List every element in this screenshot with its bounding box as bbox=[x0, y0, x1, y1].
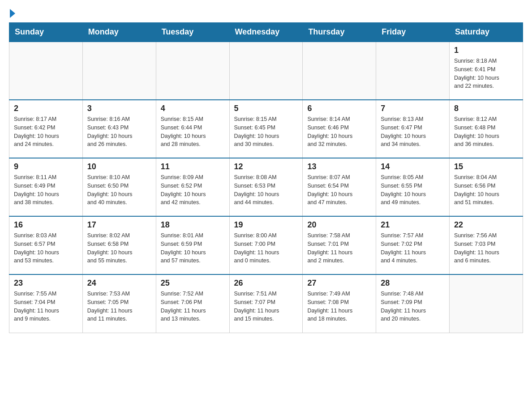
day-number: 13 bbox=[307, 162, 371, 171]
table-row: 19Sunrise: 8:00 AMSunset: 7:00 PMDayligh… bbox=[229, 216, 303, 274]
calendar-table: Sunday Monday Tuesday Wednesday Thursday… bbox=[9, 22, 523, 333]
day-info: Sunrise: 8:05 AMSunset: 6:55 PMDaylight:… bbox=[381, 173, 445, 207]
table-row bbox=[9, 42, 83, 100]
day-info: Sunrise: 7:53 AMSunset: 7:05 PMDaylight:… bbox=[87, 290, 151, 323]
table-row: 4Sunrise: 8:15 AMSunset: 6:44 PMDaylight… bbox=[156, 100, 229, 158]
day-info: Sunrise: 8:17 AMSunset: 6:42 PMDaylight:… bbox=[14, 115, 78, 149]
day-number: 22 bbox=[454, 220, 518, 230]
calendar-week-row: 1Sunrise: 8:18 AMSunset: 6:41 PMDaylight… bbox=[9, 42, 523, 100]
day-number: 5 bbox=[234, 104, 298, 113]
day-number: 27 bbox=[307, 278, 371, 288]
day-number: 16 bbox=[14, 220, 78, 230]
table-row bbox=[229, 42, 303, 100]
table-row: 8Sunrise: 8:12 AMSunset: 6:48 PMDaylight… bbox=[450, 100, 523, 158]
day-number: 9 bbox=[14, 162, 78, 171]
table-row: 24Sunrise: 7:53 AMSunset: 7:05 PMDayligh… bbox=[82, 274, 156, 333]
col-friday: Friday bbox=[376, 23, 450, 42]
day-number: 23 bbox=[14, 278, 78, 288]
day-info: Sunrise: 7:49 AMSunset: 7:08 PMDaylight:… bbox=[307, 290, 371, 323]
day-info: Sunrise: 8:07 AMSunset: 6:54 PMDaylight:… bbox=[307, 173, 371, 207]
day-info: Sunrise: 7:56 AMSunset: 7:03 PMDaylight:… bbox=[454, 231, 518, 265]
calendar-header-row: Sunday Monday Tuesday Wednesday Thursday… bbox=[9, 23, 523, 42]
page-header bbox=[9, 9, 523, 18]
day-info: Sunrise: 8:12 AMSunset: 6:48 PMDaylight:… bbox=[454, 115, 518, 149]
day-info: Sunrise: 8:13 AMSunset: 6:47 PMDaylight:… bbox=[381, 115, 445, 149]
table-row: 7Sunrise: 8:13 AMSunset: 6:47 PMDaylight… bbox=[376, 100, 450, 158]
calendar-week-row: 2Sunrise: 8:17 AMSunset: 6:42 PMDaylight… bbox=[9, 100, 523, 158]
day-info: Sunrise: 7:48 AMSunset: 7:09 PMDaylight:… bbox=[381, 290, 445, 323]
day-info: Sunrise: 8:04 AMSunset: 6:56 PMDaylight:… bbox=[454, 173, 518, 207]
day-number: 19 bbox=[234, 220, 298, 230]
day-number: 20 bbox=[307, 220, 371, 230]
day-info: Sunrise: 8:11 AMSunset: 6:49 PMDaylight:… bbox=[14, 173, 78, 207]
table-row: 27Sunrise: 7:49 AMSunset: 7:08 PMDayligh… bbox=[303, 274, 376, 333]
day-number: 15 bbox=[454, 162, 518, 171]
table-row: 14Sunrise: 8:05 AMSunset: 6:55 PMDayligh… bbox=[376, 158, 450, 216]
table-row: 20Sunrise: 7:58 AMSunset: 7:01 PMDayligh… bbox=[303, 216, 376, 274]
table-row: 12Sunrise: 8:08 AMSunset: 6:53 PMDayligh… bbox=[229, 158, 303, 216]
day-number: 7 bbox=[381, 104, 445, 113]
col-thursday: Thursday bbox=[303, 23, 376, 42]
table-row: 5Sunrise: 8:15 AMSunset: 6:45 PMDaylight… bbox=[229, 100, 303, 158]
table-row: 28Sunrise: 7:48 AMSunset: 7:09 PMDayligh… bbox=[376, 274, 450, 333]
table-row: 13Sunrise: 8:07 AMSunset: 6:54 PMDayligh… bbox=[303, 158, 376, 216]
table-row: 3Sunrise: 8:16 AMSunset: 6:43 PMDaylight… bbox=[82, 100, 156, 158]
col-monday: Monday bbox=[82, 23, 156, 42]
day-number: 28 bbox=[381, 278, 445, 288]
table-row: 26Sunrise: 7:51 AMSunset: 7:07 PMDayligh… bbox=[229, 274, 303, 333]
day-info: Sunrise: 8:14 AMSunset: 6:46 PMDaylight:… bbox=[307, 115, 371, 149]
table-row: 25Sunrise: 7:52 AMSunset: 7:06 PMDayligh… bbox=[156, 274, 229, 333]
table-row bbox=[156, 42, 229, 100]
table-row: 11Sunrise: 8:09 AMSunset: 6:52 PMDayligh… bbox=[156, 158, 229, 216]
day-number: 1 bbox=[454, 46, 518, 55]
table-row bbox=[450, 274, 523, 333]
calendar-week-row: 16Sunrise: 8:03 AMSunset: 6:57 PMDayligh… bbox=[9, 216, 523, 274]
day-info: Sunrise: 7:52 AMSunset: 7:06 PMDaylight:… bbox=[161, 290, 225, 323]
table-row: 2Sunrise: 8:17 AMSunset: 6:42 PMDaylight… bbox=[9, 100, 83, 158]
day-info: Sunrise: 7:57 AMSunset: 7:02 PMDaylight:… bbox=[381, 231, 445, 265]
table-row: 17Sunrise: 8:02 AMSunset: 6:58 PMDayligh… bbox=[82, 216, 156, 274]
table-row bbox=[303, 42, 376, 100]
table-row: 22Sunrise: 7:56 AMSunset: 7:03 PMDayligh… bbox=[450, 216, 523, 274]
table-row: 9Sunrise: 8:11 AMSunset: 6:49 PMDaylight… bbox=[9, 158, 83, 216]
table-row: 21Sunrise: 7:57 AMSunset: 7:02 PMDayligh… bbox=[376, 216, 450, 274]
table-row: 23Sunrise: 7:55 AMSunset: 7:04 PMDayligh… bbox=[9, 274, 83, 333]
col-tuesday: Tuesday bbox=[156, 23, 229, 42]
day-number: 12 bbox=[234, 162, 298, 171]
col-wednesday: Wednesday bbox=[229, 23, 303, 42]
day-info: Sunrise: 8:15 AMSunset: 6:45 PMDaylight:… bbox=[234, 115, 298, 149]
table-row: 16Sunrise: 8:03 AMSunset: 6:57 PMDayligh… bbox=[9, 216, 83, 274]
day-number: 3 bbox=[87, 104, 151, 113]
day-info: Sunrise: 8:10 AMSunset: 6:50 PMDaylight:… bbox=[87, 173, 151, 207]
day-number: 21 bbox=[381, 220, 445, 230]
day-number: 6 bbox=[307, 104, 371, 113]
day-info: Sunrise: 8:09 AMSunset: 6:52 PMDaylight:… bbox=[161, 173, 225, 207]
day-number: 24 bbox=[87, 278, 151, 288]
calendar-week-row: 23Sunrise: 7:55 AMSunset: 7:04 PMDayligh… bbox=[9, 274, 523, 333]
day-number: 25 bbox=[161, 278, 225, 288]
day-info: Sunrise: 8:00 AMSunset: 7:00 PMDaylight:… bbox=[234, 231, 298, 265]
day-number: 17 bbox=[87, 220, 151, 230]
table-row: 18Sunrise: 8:01 AMSunset: 6:59 PMDayligh… bbox=[156, 216, 229, 274]
day-info: Sunrise: 8:15 AMSunset: 6:44 PMDaylight:… bbox=[161, 115, 225, 149]
day-info: Sunrise: 8:16 AMSunset: 6:43 PMDaylight:… bbox=[87, 115, 151, 149]
day-info: Sunrise: 7:55 AMSunset: 7:04 PMDaylight:… bbox=[14, 290, 78, 323]
day-number: 4 bbox=[161, 104, 225, 113]
table-row: 15Sunrise: 8:04 AMSunset: 6:56 PMDayligh… bbox=[450, 158, 523, 216]
day-number: 14 bbox=[381, 162, 445, 171]
day-info: Sunrise: 8:02 AMSunset: 6:58 PMDaylight:… bbox=[87, 231, 151, 265]
day-info: Sunrise: 7:51 AMSunset: 7:07 PMDaylight:… bbox=[234, 290, 298, 323]
day-number: 26 bbox=[234, 278, 298, 288]
day-info: Sunrise: 8:01 AMSunset: 6:59 PMDaylight:… bbox=[161, 231, 225, 265]
table-row: 10Sunrise: 8:10 AMSunset: 6:50 PMDayligh… bbox=[82, 158, 156, 216]
day-number: 10 bbox=[87, 162, 151, 171]
day-number: 2 bbox=[14, 104, 78, 113]
logo-arrow-icon bbox=[10, 9, 15, 18]
day-info: Sunrise: 8:03 AMSunset: 6:57 PMDaylight:… bbox=[14, 231, 78, 265]
logo bbox=[9, 9, 15, 18]
day-number: 11 bbox=[161, 162, 225, 171]
table-row bbox=[82, 42, 156, 100]
day-info: Sunrise: 8:08 AMSunset: 6:53 PMDaylight:… bbox=[234, 173, 298, 207]
col-sunday: Sunday bbox=[9, 23, 83, 42]
day-number: 18 bbox=[161, 220, 225, 230]
